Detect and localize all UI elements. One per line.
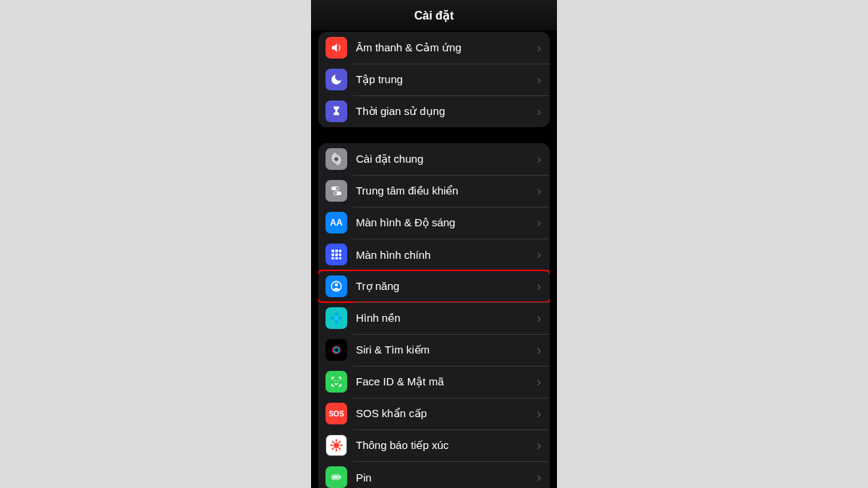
svg-rect-6 <box>331 249 334 252</box>
gear-icon <box>326 148 347 170</box>
page-title: Cài đặt <box>311 0 557 30</box>
row-label: Face ID & Mật mã <box>356 375 537 388</box>
svg-rect-10 <box>336 254 339 257</box>
speaker-icon <box>326 37 347 59</box>
row-label: Thông báo tiếp xúc <box>356 439 537 452</box>
settings-row-exposure[interactable]: Thông báo tiếp xúc› <box>318 429 550 461</box>
svg-point-25 <box>334 380 336 382</box>
svg-point-37 <box>336 450 337 451</box>
row-label: SOS khẩn cấp <box>356 407 537 420</box>
svg-point-5 <box>334 192 337 195</box>
row-label: Hình nền <box>356 312 537 325</box>
phone-frame: Cài đặt Âm thanh & Cảm ứng›Tập trung›Thờ… <box>311 0 557 488</box>
settings-row-focus[interactable]: Tập trung› <box>318 64 550 95</box>
grid-icon <box>326 244 347 265</box>
moon-icon <box>326 69 347 90</box>
row-label: Màn hình chính <box>356 249 537 261</box>
row-label: Trợ năng <box>356 280 537 293</box>
row-label: Tập trung <box>356 73 537 86</box>
settings-row-sos[interactable]: SOSSOS khẩn cấp› <box>318 398 550 429</box>
row-label: Siri & Tìm kiếm <box>356 343 537 356</box>
svg-point-27 <box>333 442 339 448</box>
siri-icon <box>326 339 347 361</box>
svg-point-21 <box>339 317 342 320</box>
row-label: Màn hình & Độ sáng <box>356 216 537 229</box>
svg-rect-13 <box>336 257 339 260</box>
covid-icon <box>326 435 347 456</box>
settings-row-wallpaper[interactable]: Hình nền› <box>318 302 550 334</box>
svg-point-16 <box>335 283 339 287</box>
settings-row-screen[interactable]: Thời gian sử dụng› <box>318 95 550 127</box>
svg-point-39 <box>341 445 342 446</box>
svg-point-38 <box>330 445 331 446</box>
chevron-right-icon: › <box>537 247 541 262</box>
person-icon <box>326 275 347 297</box>
chevron-right-icon: › <box>537 104 541 119</box>
chevron-right-icon: › <box>537 40 541 56</box>
chevron-right-icon: › <box>537 374 541 390</box>
chevron-right-icon: › <box>537 215 541 231</box>
settings-row-faceid[interactable]: Face ID & Mật mã› <box>318 366 550 398</box>
chevron-right-icon: › <box>537 184 541 199</box>
svg-point-18 <box>335 313 339 317</box>
flower-icon <box>326 307 347 329</box>
svg-rect-7 <box>336 249 339 252</box>
chevron-right-icon: › <box>537 470 541 485</box>
svg-point-43 <box>339 441 341 442</box>
svg-point-42 <box>332 448 333 450</box>
svg-rect-46 <box>340 476 341 479</box>
svg-point-20 <box>331 317 335 320</box>
chevron-right-icon: › <box>537 438 541 453</box>
chevron-right-icon: › <box>537 406 541 421</box>
settings-row-sound[interactable]: Âm thanh & Cảm ứng› <box>318 32 550 64</box>
switches-icon <box>326 180 347 202</box>
row-label: Cài đặt chung <box>356 153 537 166</box>
svg-point-19 <box>335 320 339 324</box>
aa-icon: AA <box>326 212 347 234</box>
svg-point-17 <box>335 317 339 320</box>
svg-point-41 <box>339 448 341 450</box>
row-label: Âm thanh & Cảm ứng <box>356 41 537 54</box>
chevron-right-icon: › <box>537 279 541 294</box>
svg-point-26 <box>338 380 339 382</box>
settings-row-battery[interactable]: Pin› <box>318 461 550 488</box>
chevron-right-icon: › <box>537 343 541 358</box>
svg-rect-9 <box>331 254 334 257</box>
row-label: Trung tâm điều khiển <box>356 184 537 197</box>
svg-point-36 <box>336 439 337 440</box>
battery-icon <box>326 466 347 488</box>
settings-row-home[interactable]: Màn hình chính› <box>318 239 550 270</box>
svg-rect-12 <box>331 257 334 260</box>
svg-rect-45 <box>333 476 339 479</box>
svg-rect-14 <box>339 257 341 260</box>
chevron-right-icon: › <box>537 152 541 167</box>
settings-list: Âm thanh & Cảm ứng›Tập trung›Thời gian s… <box>311 32 557 488</box>
svg-point-40 <box>332 441 333 442</box>
row-label: Pin <box>356 471 537 484</box>
svg-rect-11 <box>339 254 341 257</box>
hourglass-icon <box>326 100 347 122</box>
row-label: Thời gian sử dụng <box>356 105 537 118</box>
face-icon <box>326 371 347 393</box>
settings-row-access[interactable]: Trợ năng› <box>318 270 550 302</box>
settings-group: Âm thanh & Cảm ứng›Tập trung›Thời gian s… <box>318 32 550 127</box>
settings-row-display[interactable]: AAMàn hình & Độ sáng› <box>318 207 550 239</box>
settings-row-siri[interactable]: Siri & Tìm kiếm› <box>318 334 550 366</box>
svg-point-1 <box>334 157 338 160</box>
sos-icon: SOS <box>326 403 347 424</box>
settings-group: Cài đặt chung›Trung tâm điều khiển›AAMàn… <box>318 143 550 488</box>
svg-point-3 <box>336 187 339 190</box>
settings-row-control[interactable]: Trung tâm điều khiển› <box>318 175 550 207</box>
chevron-right-icon: › <box>537 311 541 326</box>
svg-rect-8 <box>339 249 341 252</box>
chevron-right-icon: › <box>537 72 541 87</box>
settings-row-general[interactable]: Cài đặt chung› <box>318 143 550 175</box>
